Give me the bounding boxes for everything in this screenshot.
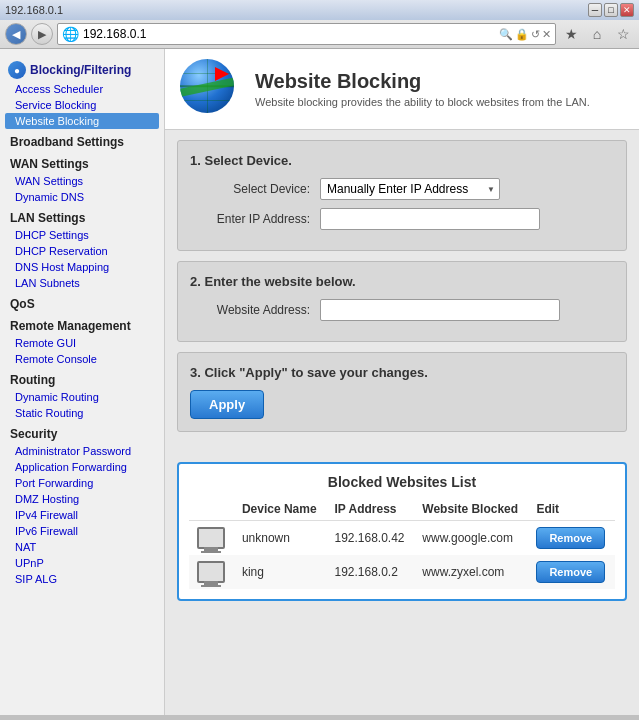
sidebar-item-sip-alg[interactable]: SIP ALG <box>5 571 159 587</box>
ip-address-row: Enter IP Address: <box>190 208 614 230</box>
remove-button-2[interactable]: Remove <box>536 561 605 583</box>
sidebar-category-routing[interactable]: Routing <box>5 367 159 389</box>
content-area: Website Blocking Website blocking provid… <box>165 49 639 715</box>
row1-icon <box>189 521 234 556</box>
row1-edit: Remove <box>528 521 615 556</box>
monitor-icon <box>197 527 225 549</box>
sidebar-category-broadband[interactable]: Broadband Settings <box>5 129 159 151</box>
table-row: king 192.168.0.2 www.zyxel.com Remove <box>189 555 615 589</box>
arrow-icon <box>215 67 229 81</box>
sidebar-category-remote[interactable]: Remote Management <box>5 313 159 335</box>
row2-icon <box>189 555 234 589</box>
ip-address-label: Enter IP Address: <box>190 212 310 226</box>
sidebar-item-dns-host-mapping[interactable]: DNS Host Mapping <box>5 259 159 275</box>
select-device-wrapper: Manually Enter IP Address All Devices <box>320 178 500 200</box>
sidebar-item-ipv6-firewall[interactable]: IPv6 Firewall <box>5 523 159 539</box>
page-header: Website Blocking Website blocking provid… <box>165 49 639 130</box>
section-1-box: 1. Select Device. Select Device: Manuall… <box>177 140 627 251</box>
sidebar-item-wan-settings[interactable]: WAN Settings <box>5 173 159 189</box>
sidebar-item-static-routing[interactable]: Static Routing <box>5 405 159 421</box>
bookmark-button[interactable]: ☆ <box>612 23 634 45</box>
section-3-title: 3. Click "Apply" to save your changes. <box>190 365 614 380</box>
website-address-label: Website Address: <box>190 303 310 317</box>
window-controls: ─ □ ✕ <box>588 3 634 17</box>
col-edit: Edit <box>528 498 615 521</box>
address-icons: 🔍 🔒 ↺ ✕ <box>499 28 551 41</box>
sidebar-category-lan[interactable]: LAN Settings <box>5 205 159 227</box>
select-device-row: Select Device: Manually Enter IP Address… <box>190 178 614 200</box>
row2-device-name: king <box>234 555 327 589</box>
sidebar-item-dhcp-settings[interactable]: DHCP Settings <box>5 227 159 243</box>
monitor-icon <box>197 561 225 583</box>
row2-website: www.zyxel.com <box>414 555 528 589</box>
blocked-table: Device Name IP Address Website Blocked E… <box>189 498 615 589</box>
sidebar-category-security[interactable]: Security <box>5 421 159 443</box>
close-button[interactable]: ✕ <box>620 3 634 17</box>
blocked-list-title: Blocked Websites List <box>189 474 615 490</box>
apply-button[interactable]: Apply <box>190 390 264 419</box>
sidebar-item-remote-gui[interactable]: Remote GUI <box>5 335 159 351</box>
blocked-list-box: Blocked Websites List Device Name IP Add… <box>177 462 627 601</box>
blocking-icon: ● <box>8 61 26 79</box>
home-button[interactable]: ⌂ <box>586 23 608 45</box>
page-title: Website Blocking <box>255 70 590 93</box>
section-1-title: 1. Select Device. <box>190 153 614 168</box>
close-icon[interactable]: ✕ <box>542 28 551 41</box>
sidebar-item-remote-console[interactable]: Remote Console <box>5 351 159 367</box>
row2-ip-address: 192.168.0.2 <box>326 555 414 589</box>
sidebar-category-blocking[interactable]: ● Blocking/Filtering <box>5 57 159 81</box>
forward-button[interactable]: ▶ <box>31 23 53 45</box>
sidebar-item-dynamic-dns[interactable]: Dynamic DNS <box>5 189 159 205</box>
page-title-section: Website Blocking Website blocking provid… <box>255 70 590 108</box>
sidebar-item-service-blocking[interactable]: Service Blocking <box>5 97 159 113</box>
section-3-box: 3. Click "Apply" to save your changes. A… <box>177 352 627 432</box>
page-subtitle: Website blocking provides the ability to… <box>255 96 590 108</box>
sidebar-item-app-forwarding[interactable]: Application Forwarding <box>5 459 159 475</box>
content-body: 1. Select Device. Select Device: Manuall… <box>165 130 639 452</box>
favorites-button[interactable]: ★ <box>560 23 582 45</box>
lock-icon: 🔒 <box>515 28 529 41</box>
sidebar-item-lan-subnets[interactable]: LAN Subnets <box>5 275 159 291</box>
search-icon[interactable]: 🔍 <box>499 28 513 41</box>
refresh-icon[interactable]: ↺ <box>531 28 540 41</box>
sidebar-item-dynamic-routing[interactable]: Dynamic Routing <box>5 389 159 405</box>
table-row: unknown 192.168.0.42 www.google.com Remo… <box>189 521 615 556</box>
address-bar: 🌐 🔍 🔒 ↺ ✕ <box>57 23 556 45</box>
sidebar-item-port-forwarding[interactable]: Port Forwarding <box>5 475 159 491</box>
col-ip-address: IP Address <box>326 498 414 521</box>
row1-device-name: unknown <box>234 521 327 556</box>
back-button[interactable]: ◀ <box>5 23 27 45</box>
page-icon-container <box>180 59 240 119</box>
sidebar-item-nat[interactable]: NAT <box>5 539 159 555</box>
col-website-blocked: Website Blocked <box>414 498 528 521</box>
select-device-label: Select Device: <box>190 182 310 196</box>
row2-edit: Remove <box>528 555 615 589</box>
website-address-row: Website Address: <box>190 299 614 321</box>
col-device-name: Device Name <box>234 498 327 521</box>
row1-ip-address: 192.168.0.42 <box>326 521 414 556</box>
sidebar-category-wan[interactable]: WAN Settings <box>5 151 159 173</box>
select-device-dropdown[interactable]: Manually Enter IP Address All Devices <box>320 178 500 200</box>
address-input[interactable] <box>83 27 495 41</box>
section-2-box: 2. Enter the website below. Website Addr… <box>177 261 627 342</box>
sidebar-item-ipv4-firewall[interactable]: IPv4 Firewall <box>5 507 159 523</box>
sidebar-category-qos[interactable]: QoS <box>5 291 159 313</box>
globe-icon: 🌐 <box>62 26 79 42</box>
sidebar-item-upnp[interactable]: UPnP <box>5 555 159 571</box>
sidebar-item-dhcp-reservation[interactable]: DHCP Reservation <box>5 243 159 259</box>
remove-button-1[interactable]: Remove <box>536 527 605 549</box>
sidebar-item-admin-password[interactable]: Administrator Password <box>5 443 159 459</box>
sidebar-item-access-scheduler[interactable]: Access Scheduler <box>5 81 159 97</box>
website-address-input[interactable] <box>320 299 560 321</box>
sidebar-item-website-blocking[interactable]: Website Blocking <box>5 113 159 129</box>
maximize-button[interactable]: □ <box>604 3 618 17</box>
browser-title: 192.168.0.1 <box>5 4 63 16</box>
sidebar-item-dmz-hosting[interactable]: DMZ Hosting <box>5 491 159 507</box>
sidebar-category-blocking-label: Blocking/Filtering <box>30 63 131 77</box>
section-2-title: 2. Enter the website below. <box>190 274 614 289</box>
ip-address-input[interactable] <box>320 208 540 230</box>
minimize-button[interactable]: ─ <box>588 3 602 17</box>
sidebar: ● Blocking/Filtering Access Scheduler Se… <box>0 49 165 715</box>
row1-website: www.google.com <box>414 521 528 556</box>
col-icon <box>189 498 234 521</box>
